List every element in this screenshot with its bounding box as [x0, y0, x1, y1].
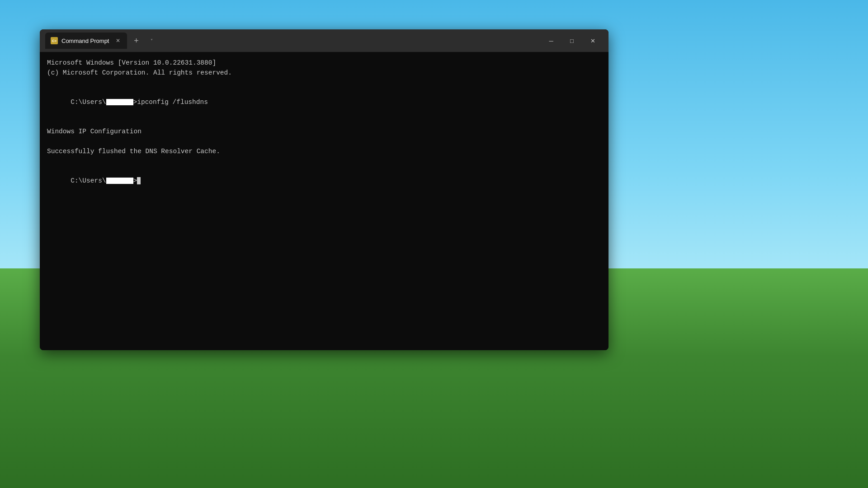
cmd-icon-label: C>	[52, 39, 57, 43]
terminal-line-1: Microsoft Windows [Version 10.0.22631.38…	[47, 58, 601, 68]
terminal-path-prefix-2: C:\Users\	[71, 177, 106, 184]
new-tab-button[interactable]: +	[129, 33, 143, 48]
terminal-line-7-empty	[47, 137, 601, 147]
terminal-cursor	[137, 177, 141, 184]
terminal-window: C> Command Prompt ✕ + ˅ ─ □ ✕ Microsoft …	[40, 29, 609, 350]
terminal-line-8: Successfully flushed the DNS Resolver Ca…	[47, 147, 601, 157]
terminal-line-2: (c) Microsoft Corporation. All rights re…	[47, 68, 601, 78]
command-prompt-tab[interactable]: C> Command Prompt ✕	[45, 33, 127, 49]
terminal-line-9-empty	[47, 157, 601, 167]
terminal-line-3-empty	[47, 78, 601, 88]
tab-title-label: Command Prompt	[61, 38, 109, 44]
terminal-line-4-cmd: C:\Users\>ipconfig /flushdns	[47, 88, 601, 117]
close-button[interactable]: ✕	[582, 33, 603, 48]
maximize-button[interactable]: □	[561, 33, 582, 48]
terminal-cmd: >ipconfig /flushdns	[133, 99, 208, 106]
tab-area: C> Command Prompt ✕ + ˅	[45, 33, 541, 49]
terminal-line-5-empty	[47, 117, 601, 127]
tab-dropdown-button[interactable]: ˅	[145, 34, 158, 47]
terminal-prompt-suffix: >	[133, 177, 137, 184]
redacted-username-2	[106, 178, 133, 184]
terminal-path-prefix-1: C:\Users\	[71, 99, 106, 106]
title-bar: C> Command Prompt ✕ + ˅ ─ □ ✕	[40, 29, 609, 52]
terminal-line-10-prompt: C:\Users\>	[47, 166, 601, 196]
window-controls: ─ □ ✕	[541, 33, 603, 48]
minimize-button[interactable]: ─	[541, 33, 561, 48]
redacted-username-1	[106, 99, 133, 106]
cmd-tab-icon: C>	[51, 37, 58, 44]
tab-close-button[interactable]: ✕	[114, 37, 122, 44]
terminal-body[interactable]: Microsoft Windows [Version 10.0.22631.38…	[40, 52, 609, 350]
terminal-line-6: Windows IP Configuration	[47, 127, 601, 137]
